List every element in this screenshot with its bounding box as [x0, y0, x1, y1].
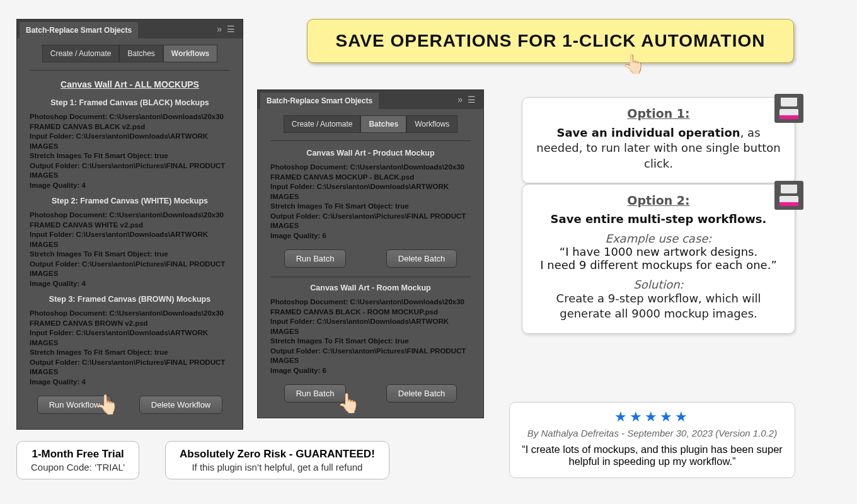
step-2-details: Photoshop Document: C:\Users\anton\Downl… — [30, 209, 230, 291]
batch-1-details: Photoshop Document: C:\Users\anton\Downl… — [270, 161, 471, 243]
batch-2-title: Canvas Wall Art - Room Mockup — [270, 280, 471, 296]
tab-batches[interactable]: Batches — [360, 115, 406, 133]
batch-2-details: Photoshop Document: C:\Users\anton\Downl… — [270, 296, 471, 378]
panel-header: Batch-Replace Smart Objects » ☰ — [17, 20, 243, 38]
tab-create-automate[interactable]: Create / Automate — [42, 45, 120, 62]
run-batch-button[interactable]: Run Batch — [284, 249, 347, 268]
review-text: “I create lots of mockups, and this plug… — [521, 444, 783, 467]
subtabs: Create / Automate Batches Workflows — [30, 38, 230, 71]
option-2-headline: Save entire multi-step workflows. — [536, 212, 781, 226]
batches-panel: Batch-Replace Smart Objects » ☰ Create /… — [257, 89, 484, 418]
option-2-heading: Option 2: — [536, 193, 781, 207]
panel-header: Batch-Replace Smart Objects » ☰ — [258, 90, 483, 109]
guarantee-title: Absolutely Zero Risk - GUARANTEED! — [180, 448, 375, 461]
step-3-details: Photoshop Document: C:\Users\anton\Downl… — [30, 307, 230, 389]
review-byline: By Nathalya Defreitas - September 30, 20… — [521, 428, 783, 438]
panel-title-tab: Batch-Replace Smart Objects — [20, 22, 138, 38]
review-card: ★★★★★ By Nathalya Defreitas - September … — [509, 402, 795, 478]
step-1-details: Photoshop Document: C:\Users\anton\Downl… — [30, 111, 230, 193]
option-1-bold: Save an individual operation — [556, 126, 740, 139]
trial-subtitle: Coupon Code: ‘TRIAL’ — [31, 462, 125, 472]
panel-title-tab: Batch-Replace Smart Objects — [260, 93, 379, 109]
option-2-card: Option 2: Save entire multi-step workflo… — [522, 184, 795, 334]
guarantee-subtitle: If this plugin isn’t helpful, get a full… — [180, 462, 375, 472]
headline-banner: SAVE OPERATIONS FOR 1-CLICK AUTOMATION — [307, 19, 794, 63]
option-1-heading: Option 1: — [536, 106, 781, 120]
tab-workflows[interactable]: Workflows — [163, 45, 217, 62]
run-batch-button[interactable]: Run Batch — [284, 384, 347, 403]
delete-batch-button[interactable]: Delete Batch — [386, 384, 457, 403]
tab-batches[interactable]: Batches — [119, 45, 163, 62]
example-heading: Example use case: — [536, 232, 781, 245]
chevrons-icon[interactable]: » — [457, 94, 463, 105]
delete-workflow-button[interactable]: Delete Workflow — [139, 396, 222, 414]
menu-icon[interactable]: ☰ — [468, 94, 476, 105]
star-rating-icon: ★★★★★ — [521, 409, 783, 425]
subtabs: Create / Automate Batches Workflows — [270, 109, 471, 141]
step-2-title: Step 2: Framed Canvas (WHITE) Mockups — [30, 193, 230, 209]
step-3-title: Step 3: Framed Canvas (BROWN) Mockups — [30, 291, 230, 307]
guarantee-card: Absolutely Zero Risk - GUARANTEED! If th… — [165, 441, 389, 479]
solution-heading: Solution: — [536, 278, 781, 291]
tab-create-automate[interactable]: Create / Automate — [284, 115, 361, 133]
free-trial-card: 1-Month Free Trial Coupon Code: ‘TRIAL’ — [16, 441, 139, 479]
tab-workflows[interactable]: Workflows — [406, 115, 457, 133]
option-1-card: Option 1: Save an individual operation, … — [522, 97, 795, 183]
example-text: “I have 1000 new artwork designs. I need… — [536, 245, 781, 272]
trial-title: 1-Month Free Trial — [31, 448, 125, 461]
batch-1-title: Canvas Wall Art - Product Mockup — [270, 145, 471, 161]
chevrons-icon[interactable]: » — [217, 24, 222, 34]
save-icon — [774, 94, 803, 123]
solution-text: Create a 9-step workflow, which will gen… — [536, 291, 781, 322]
save-icon — [774, 181, 803, 210]
delete-batch-button[interactable]: Delete Batch — [386, 249, 457, 268]
menu-icon[interactable]: ☰ — [227, 24, 235, 34]
step-1-title: Step 1: Framed Canvas (BLACK) Mockups — [30, 94, 230, 111]
workflow-title: Canvas Wall Art - ALL MOCKUPS — [30, 74, 230, 94]
run-workflow-button[interactable]: Run Workflow — [37, 396, 112, 414]
workflows-panel: Batch-Replace Smart Objects » ☰ Create /… — [16, 19, 243, 430]
